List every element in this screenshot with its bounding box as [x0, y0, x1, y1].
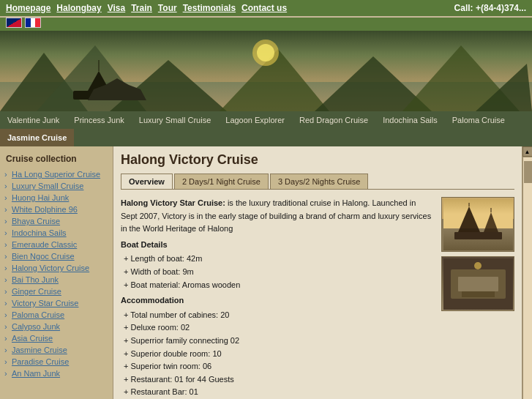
sidebar-item[interactable]: An Nam Junk [0, 368, 113, 379]
call-info: Call: +(84-4)374... [454, 3, 526, 13]
accommodation-list: + Total number of cabines: 20+ Deluxe ro… [121, 309, 434, 399]
sec-nav-red-dragon-cruise[interactable]: Red Dragon Cruise [292, 111, 375, 129]
cruise-images [441, 197, 514, 399]
sec-nav-indochina-sails[interactable]: Indochina Sails [375, 111, 445, 129]
cruise-text: Halong Victory Star Cruise: is the luxur… [121, 197, 434, 399]
nav-train[interactable]: Train [131, 3, 152, 13]
sidebar-item[interactable]: Ha Long Superior Cruise [0, 168, 113, 180]
nav-contact[interactable]: Contact us [241, 3, 287, 13]
nav-tour[interactable]: Tour [158, 3, 177, 13]
top-navigation: Homepage Halongbay Visa Train Tour Testi… [0, 0, 532, 16]
intro-paragraph: Halong Victory Star Cruise: is the luxur… [121, 197, 434, 236]
accommodation-item: + Restaurant Bar: 01 [121, 386, 434, 399]
sidebar-item[interactable]: Calypso Junk [0, 321, 113, 332]
nav-testimonials[interactable]: Testimonials [183, 3, 236, 13]
accommodation-item: + Superior double room: 10 [121, 348, 434, 361]
vertical-scrollbar[interactable]: ▲ ▼ [522, 146, 532, 399]
sec-nav-valentine-junk[interactable]: Valentine Junk [0, 111, 67, 129]
svg-point-13 [257, 44, 274, 61]
sidebar-item[interactable]: Halong Victory Cruise [0, 262, 113, 274]
sidebar-item[interactable]: Paloma Cruise [0, 309, 113, 321]
flag-uk-icon[interactable] [6, 18, 22, 28]
sidebar-title: Cruise collection [0, 149, 113, 168]
sidebar-item[interactable]: Victory Star Cruise [0, 297, 113, 309]
flag-fr-icon[interactable] [25, 18, 41, 28]
sec-nav-luxury-small-cruise[interactable]: Luxury Small Cruise [132, 111, 218, 129]
sidebar-item[interactable]: Jasmine Cruise [0, 344, 113, 356]
accommodation-item: + Restaurant: 01 for 44 Guests [121, 373, 434, 387]
sidebar-item[interactable]: Bai Tho Junk [0, 274, 113, 286]
intro-bold: Halong Victory Star Cruise: [121, 198, 225, 207]
sidebar-item[interactable]: Paradise Cruise [0, 356, 113, 368]
main-content: Halong Victory Cruise Overview 2 Days/1 … [113, 146, 522, 399]
boat-image [441, 197, 514, 252]
sidebar-item[interactable]: Bien Ngoc Cruise [0, 250, 113, 262]
boat-details-title: Boat Details [121, 239, 434, 252]
tab-bar: Overview 2 Days/1 Night Cruise 3 Days/2 … [121, 174, 514, 190]
interior-image [441, 256, 514, 311]
sidebar-item[interactable]: Ginger Cruise [0, 286, 113, 297]
svg-rect-17 [454, 232, 502, 239]
sidebar-item[interactable]: Huong Hai Junk [0, 192, 113, 204]
sidebar-item[interactable]: Indochina Sails [0, 227, 113, 239]
boat-detail-item: + Width of boat: 9m [121, 266, 434, 279]
sidebar: Cruise collection Ha Long Superior Cruis… [0, 146, 113, 399]
hero-image [0, 31, 532, 111]
tab-3days2nights[interactable]: 3 Days/2 Nights Cruise [270, 174, 369, 189]
svg-rect-14 [443, 199, 513, 228]
nav-homepage[interactable]: Homepage [6, 3, 50, 13]
sec-nav-paloma-cruise[interactable]: Paloma Cruise [445, 111, 512, 129]
svg-rect-9 [73, 91, 124, 100]
sidebar-item[interactable]: Luxury Small Cruise [0, 180, 113, 192]
secondary-navigation: Valentine Junk Princess Junk Luxury Smal… [0, 111, 532, 146]
boat-details-list: + Length of boat: 42m+ Width of boat: 9m… [121, 253, 434, 291]
page-title: Halong Victory Cruise [121, 152, 514, 168]
sidebar-item[interactable]: Emeraude Classic [0, 239, 113, 250]
sidebar-item[interactable]: White Dolphine 96 [0, 204, 113, 215]
sidebar-item[interactable]: Bhaya Cruise [0, 215, 113, 227]
sidebar-item[interactable]: Asia Cruise [0, 332, 113, 344]
sidebar-list: Ha Long Superior CruiseLuxury Small Crui… [0, 168, 113, 379]
flag-icons-bar [0, 18, 532, 31]
svg-rect-24 [462, 291, 495, 297]
tab-overview[interactable]: Overview [121, 174, 173, 189]
scroll-track[interactable] [522, 157, 533, 399]
svg-point-25 [474, 262, 482, 269]
svg-rect-23 [458, 277, 498, 291]
accommodation-item: + Superrior family connecting 02 [121, 335, 434, 348]
boat-detail-item: + Length of boat: 42m [121, 253, 434, 266]
nav-halongbay[interactable]: Halongbay [56, 3, 101, 13]
accommodation-item: + Total number of cabines: 20 [121, 309, 434, 322]
scroll-up-button[interactable]: ▲ [522, 146, 533, 157]
sec-nav-princess-junk[interactable]: Princess Junk [67, 111, 131, 129]
tab-2days1night[interactable]: 2 Days/1 Night Cruise [174, 174, 269, 189]
accommodation-item: + Deluxe room: 02 [121, 321, 434, 335]
boat-detail-item: + Boat material: Aromas wooden [121, 279, 434, 292]
scroll-thumb[interactable] [524, 161, 533, 183]
sec-nav-lagoon-explorer[interactable]: Lagoon Explorer [218, 111, 292, 129]
nav-visa[interactable]: Visa [108, 3, 125, 13]
cruise-detail: Halong Victory Star Cruise: is the luxur… [121, 197, 514, 399]
accommodation-item: + Superior twin room: 06 [121, 360, 434, 373]
sec-nav-jasmine-cruise[interactable]: Jasmine Cruise [0, 129, 74, 146]
accommodation-title: Accommodation [121, 294, 434, 307]
